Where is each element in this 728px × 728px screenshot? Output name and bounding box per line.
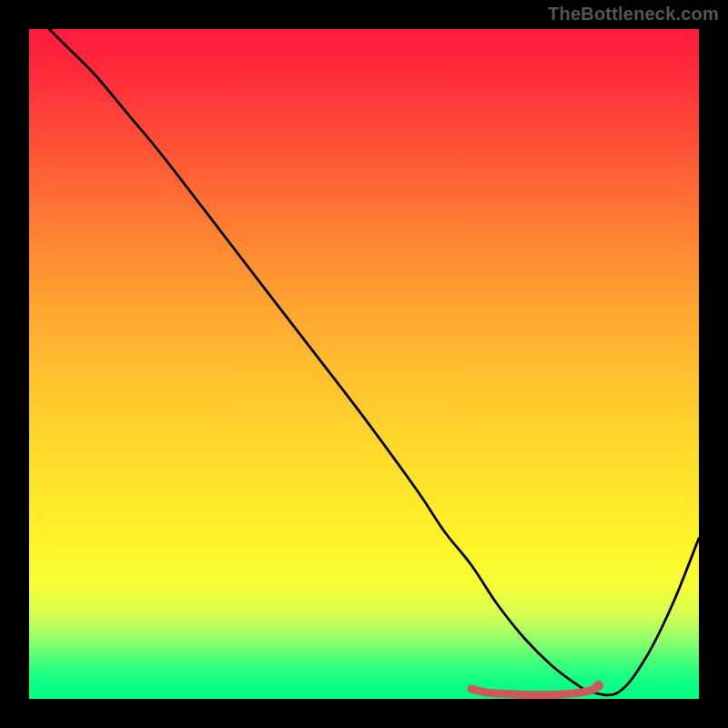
- plot-area: [29, 29, 699, 699]
- marker-end-dot: [593, 681, 603, 691]
- watermark-label: TheBottleneck.com: [548, 4, 719, 25]
- chart-container: TheBottleneck.com: [0, 0, 728, 728]
- curve-layer: [29, 29, 699, 699]
- bottleneck-curve: [49, 29, 699, 695]
